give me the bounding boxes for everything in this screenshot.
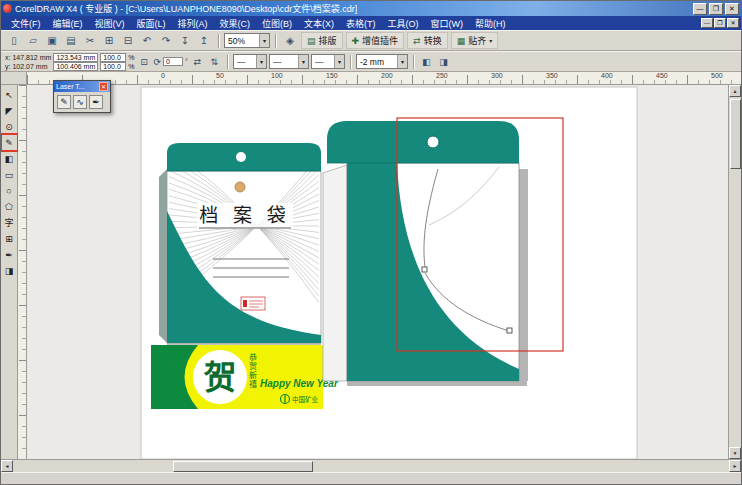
vertical-ruler[interactable]: [18, 85, 27, 459]
maximize-button[interactable]: ❐: [709, 3, 723, 15]
menu-item-11[interactable]: 窗口(W): [425, 17, 470, 30]
pick-tool[interactable]: ↖: [2, 87, 17, 102]
coreldraw-window: CorelDRAW X4 ( 专业版 ) - [C:\Users\LUANPHO…: [0, 0, 742, 485]
fill-tool[interactable]: ◨: [2, 263, 17, 278]
application-launcher-icon[interactable]: ◈: [281, 32, 299, 49]
shape-tool[interactable]: ◤: [2, 103, 17, 118]
rectangle-tool[interactable]: ▭: [2, 167, 17, 182]
arrow-end-combo[interactable]: — ▾: [311, 54, 345, 69]
menu-item-10[interactable]: 工具(O): [382, 17, 425, 30]
palette-title-bar[interactable]: Laser T... ✕: [54, 81, 110, 92]
cut-icon[interactable]: ✂: [81, 32, 99, 49]
freehand-tool[interactable]: ✎: [2, 135, 17, 150]
snap-button-label: 贴齐: [468, 34, 486, 47]
lock-ratio-button[interactable]: ⊡: [137, 54, 152, 69]
envelope-clasp: [235, 182, 245, 192]
menu-item-12[interactable]: 帮助(H): [469, 17, 512, 30]
scroll-up-button[interactable]: ▲: [729, 85, 741, 97]
ruler-origin-corner[interactable]: [1, 72, 27, 85]
menu-item-8[interactable]: 文本(X): [298, 17, 340, 30]
table-tool[interactable]: ⊞: [2, 231, 17, 246]
object-scale-fields[interactable]: 100.0% 100.0%: [100, 53, 134, 71]
right-envelope[interactable]: [323, 121, 528, 386]
mirror-horizontal-button[interactable]: ⇄: [190, 54, 205, 69]
scale-x-field[interactable]: 100.0: [100, 53, 126, 62]
outline-settings-button[interactable]: ◧: [419, 54, 434, 69]
print-icon[interactable]: ▤: [62, 32, 80, 49]
outline-width-value: -2 mm: [360, 57, 384, 67]
outline-pen-tool[interactable]: ✒: [2, 247, 17, 262]
redo-icon[interactable]: ↷: [157, 32, 175, 49]
laser-tool-palette[interactable]: Laser T... ✕ ✎∿✒: [53, 80, 111, 113]
undo-icon[interactable]: ↶: [138, 32, 156, 49]
menu-item-1[interactable]: 文件(F): [5, 17, 47, 30]
horizontal-ruler[interactable]: 050100150200250300350400450500: [27, 72, 741, 85]
curve-node-handle[interactable]: [507, 328, 512, 333]
smart-fill-tool[interactable]: ◧: [2, 151, 17, 166]
company-logo: [241, 297, 265, 310]
freehand-curve-tool[interactable]: ✎: [57, 95, 71, 109]
bezier-tool[interactable]: ∿: [73, 95, 87, 109]
snap-button[interactable]: ▦贴齐▾: [451, 32, 499, 49]
document-minimize-button[interactable]: —: [701, 18, 713, 28]
left-envelope-gusset: [159, 169, 167, 343]
scroll-left-button[interactable]: ◄: [1, 460, 13, 472]
new-document-icon[interactable]: ▯: [5, 32, 23, 49]
export-icon[interactable]: ↥: [195, 32, 213, 49]
width-field[interactable]: 123.543 mm: [53, 53, 98, 62]
new-year-banner[interactable]: 贺 恭贺新禧 Happy New Year 中国矿业: [151, 345, 339, 409]
height-field[interactable]: 100.406 mm: [53, 62, 98, 71]
menu-item-9[interactable]: 表格(T): [340, 17, 382, 30]
drawing-canvas[interactable]: 档 案 袋: [27, 85, 728, 459]
layout-icon: ▤: [307, 36, 316, 46]
ruler-label: 500: [711, 72, 723, 79]
save-icon[interactable]: ▣: [43, 32, 61, 49]
text-tool[interactable]: 字: [2, 215, 17, 230]
toolbox: ↖◤⊙✎◧▭○⬠字⊞✒◨: [1, 85, 18, 459]
zoom-level-combo[interactable]: 50% ▾: [224, 33, 270, 48]
open-icon[interactable]: ▱: [24, 32, 42, 49]
fill-settings-button[interactable]: ◨: [436, 54, 451, 69]
outline-width-combo[interactable]: -2 mm ▾: [356, 54, 408, 69]
plugins-button[interactable]: ✚增值插件: [346, 32, 405, 49]
document-restore-button[interactable]: ❐: [714, 18, 726, 28]
object-position-fields[interactable]: x:147.812 mm y:102.07 mm: [5, 53, 51, 71]
scale-y-field[interactable]: 100.0: [100, 62, 126, 71]
scroll-right-button[interactable]: ►: [729, 460, 741, 472]
copy-icon[interactable]: ⊞: [100, 32, 118, 49]
curve-node-handle[interactable]: [422, 267, 427, 272]
horizontal-scrollbar[interactable]: ◄ ►: [1, 459, 741, 472]
envelope-title-text: 档 案 袋: [199, 205, 291, 226]
scroll-down-button[interactable]: ▼: [729, 447, 741, 459]
menu-item-3[interactable]: 视图(V): [89, 17, 131, 30]
palette-close-button[interactable]: ✕: [99, 82, 108, 91]
zoom-tool[interactable]: ⊙: [2, 119, 17, 134]
menu-item-7[interactable]: 位图(B): [256, 17, 298, 30]
menu-item-6[interactable]: 效果(C): [214, 17, 257, 30]
vertical-scrollbar[interactable]: ▲ ▼: [728, 85, 741, 459]
menu-item-2[interactable]: 编辑(E): [47, 17, 89, 30]
line-style-combo[interactable]: — ▾: [269, 54, 309, 69]
layout-button[interactable]: ▤排版: [301, 32, 343, 49]
import-icon[interactable]: ↧: [176, 32, 194, 49]
menu-item-5[interactable]: 排列(A): [172, 17, 214, 30]
artwork: 档 案 袋: [27, 85, 728, 459]
property-bar: x:147.812 mm y:102.07 mm 123.543 mm 100.…: [1, 51, 741, 72]
object-size-fields[interactable]: 123.543 mm 100.406 mm: [53, 53, 98, 71]
vertical-scroll-thumb[interactable]: [730, 99, 741, 169]
left-envelope[interactable]: 档 案 袋: [159, 143, 321, 347]
arrow-start-combo[interactable]: — ▾: [233, 54, 267, 69]
close-button[interactable]: ✕: [725, 3, 739, 15]
polygon-tool[interactable]: ⬠: [2, 199, 17, 214]
mirror-vertical-button[interactable]: ⇅: [207, 54, 222, 69]
document-close-button[interactable]: ✕: [727, 18, 739, 28]
ellipse-tool[interactable]: ○: [2, 183, 17, 198]
right-envelope-gusset: [323, 165, 347, 381]
convert-button[interactable]: ⇄转换: [407, 32, 448, 49]
minimize-button[interactable]: —: [693, 3, 707, 15]
paste-icon[interactable]: ⊟: [119, 32, 137, 49]
horizontal-scroll-thumb[interactable]: [173, 461, 313, 472]
pen-tool[interactable]: ✒: [89, 95, 103, 109]
rotation-angle-field[interactable]: 0: [163, 57, 183, 66]
menu-item-4[interactable]: 版面(L): [131, 17, 172, 30]
